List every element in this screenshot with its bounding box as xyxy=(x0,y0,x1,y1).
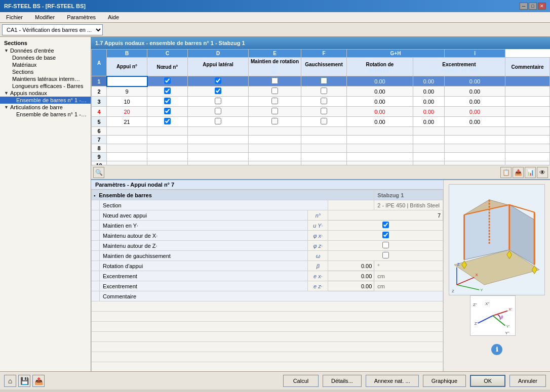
row-omega-6[interactable] xyxy=(301,136,347,144)
row-ex-9[interactable] xyxy=(413,161,444,165)
maintien-y-checkbox[interactable] xyxy=(382,222,389,228)
row-ez-8[interactable] xyxy=(445,153,505,161)
nav-save-btn[interactable]: 💾 xyxy=(18,375,30,387)
row-omega-1[interactable] xyxy=(301,86,347,97)
row-beta-3[interactable]: 0.00 xyxy=(347,107,413,117)
row-ez-9[interactable] xyxy=(445,161,505,165)
row-uY-8[interactable] xyxy=(147,153,188,161)
row-phiZ-8[interactable] xyxy=(249,153,301,161)
filter-btn[interactable]: 🔍 xyxy=(93,167,104,178)
row-beta-2[interactable]: 0.00 xyxy=(347,97,413,107)
row-ex-5[interactable] xyxy=(413,127,444,136)
row-phiZ-7[interactable] xyxy=(249,144,301,153)
row-comment-5[interactable] xyxy=(505,127,550,136)
row-uY-3[interactable] xyxy=(147,107,188,117)
row-omega-3[interactable] xyxy=(301,107,347,117)
row-ex-7[interactable] xyxy=(413,144,444,153)
row-noeud-7[interactable] xyxy=(107,144,147,153)
row-comment-8[interactable] xyxy=(505,153,550,161)
row-phiZ-4[interactable] xyxy=(249,117,301,127)
row-ex-0[interactable]: 0.00 xyxy=(413,76,444,86)
row-phiZ-5[interactable] xyxy=(249,127,301,136)
row-omega-2[interactable] xyxy=(301,97,347,107)
row-omega-5[interactable] xyxy=(301,127,347,136)
row-ex-3[interactable]: 0.00 xyxy=(413,107,444,117)
window-controls[interactable]: ─ □ ✕ xyxy=(520,3,546,10)
tree-maintiens[interactable]: Maintiens latéraux intermédiair... xyxy=(0,75,85,82)
info-btn[interactable]: ℹ xyxy=(491,344,502,355)
row-beta-5[interactable] xyxy=(347,127,413,136)
row-uY-6[interactable] xyxy=(147,136,188,144)
row-beta-0[interactable]: 0.00 xyxy=(347,76,413,86)
row-beta-9[interactable] xyxy=(347,161,413,165)
row-phiZ-3[interactable] xyxy=(249,107,301,117)
menu-modifier[interactable]: Modifier xyxy=(31,13,59,21)
close-button[interactable]: ✕ xyxy=(538,3,546,10)
row-comment-4[interactable] xyxy=(505,117,550,127)
menu-parametres[interactable]: Paramètres xyxy=(63,13,100,21)
row-comment-9[interactable] xyxy=(505,161,550,165)
menu-aide[interactable]: Aide xyxy=(104,13,123,21)
row-noeud-4[interactable]: 21 xyxy=(107,117,147,127)
row-ex-4[interactable]: 0.00 xyxy=(413,117,444,127)
row-ex-6[interactable] xyxy=(413,136,444,144)
row-noeud-1[interactable]: 9 xyxy=(107,86,147,97)
row-noeud-6[interactable] xyxy=(107,136,147,144)
row-uY-9[interactable] xyxy=(147,161,188,165)
row-comment-0[interactable] xyxy=(505,76,550,86)
row-ex-2[interactable]: 0.00 xyxy=(413,97,444,107)
maximize-button[interactable]: □ xyxy=(529,3,537,10)
tree-donnees-header[interactable]: ▼ Données d'entrée xyxy=(0,47,91,54)
minimize-button[interactable]: ─ xyxy=(520,3,528,10)
row-phiZ-6[interactable] xyxy=(249,136,301,144)
row-comment-6[interactable] xyxy=(505,136,550,144)
row-phiX-8[interactable] xyxy=(188,153,249,161)
menu-fichier[interactable]: Fichier xyxy=(2,13,27,21)
row-noeud-3[interactable]: 20 xyxy=(107,107,147,117)
maintien-x-checkbox[interactable] xyxy=(382,232,389,238)
annuler-btn[interactable]: Annuler xyxy=(509,375,546,387)
row-uY-0[interactable] xyxy=(147,76,188,86)
row-phiZ-1[interactable] xyxy=(249,86,301,97)
gauchissement-checkbox[interactable] xyxy=(382,252,389,258)
row-ex-8[interactable] xyxy=(413,153,444,161)
tree-bases[interactable]: Données de base xyxy=(0,54,91,61)
export2-btn[interactable]: 📊 xyxy=(525,167,536,178)
row-comment-2[interactable] xyxy=(505,97,550,107)
row-omega-8[interactable] xyxy=(301,153,347,161)
row-noeud-0[interactable]: 7 xyxy=(107,76,147,86)
row-uY-5[interactable] xyxy=(147,127,188,136)
row-comment-1[interactable] xyxy=(505,86,550,97)
view-btn[interactable]: 👁 xyxy=(537,167,548,178)
row-uY-1[interactable] xyxy=(147,86,188,97)
tree-materiaux[interactable]: Matériaux xyxy=(0,61,91,68)
group-toggle-ensemble[interactable]: ▪ xyxy=(94,193,95,198)
panel-resizer[interactable] xyxy=(89,37,91,371)
row-beta-4[interactable]: 0.00 xyxy=(347,117,413,127)
tree-ensemble2[interactable]: Ensemble de barres n° 1 - S... xyxy=(0,111,91,118)
maintien-z-checkbox[interactable] xyxy=(382,242,389,248)
row-phiX-1[interactable] xyxy=(188,86,249,97)
row-noeud-5[interactable] xyxy=(107,127,147,136)
export1-btn[interactable]: 📤 xyxy=(513,167,524,178)
row-beta-6[interactable] xyxy=(347,136,413,144)
row-noeud-9[interactable] xyxy=(107,161,147,165)
row-phiX-2[interactable] xyxy=(188,97,249,107)
nav-export-btn[interactable]: 📤 xyxy=(32,375,45,387)
row-ez-5[interactable] xyxy=(445,127,505,136)
row-noeud-2[interactable]: 10 xyxy=(107,97,147,107)
ca-select[interactable]: CA1 - Vérification des barres en ... xyxy=(2,24,103,35)
tree-appuis-header[interactable]: ▼ Appuis nodaux xyxy=(0,90,91,97)
row-omega-9[interactable] xyxy=(301,161,347,165)
details-btn[interactable]: Détails... xyxy=(323,375,362,387)
row-ez-1[interactable]: 0.00 xyxy=(445,86,505,97)
row-phiZ-9[interactable] xyxy=(249,161,301,165)
graphique-btn[interactable]: Graphique xyxy=(423,375,466,387)
calcul-btn[interactable]: Calcul xyxy=(283,375,319,387)
row-uY-7[interactable] xyxy=(147,144,188,153)
row-beta-7[interactable] xyxy=(347,144,413,153)
tree-longueurs[interactable]: Longueurs efficaces - Barres xyxy=(0,82,91,90)
row-omega-0[interactable] xyxy=(301,76,347,86)
copy-btn[interactable]: 📋 xyxy=(500,167,512,178)
row-noeud-8[interactable] xyxy=(107,153,147,161)
